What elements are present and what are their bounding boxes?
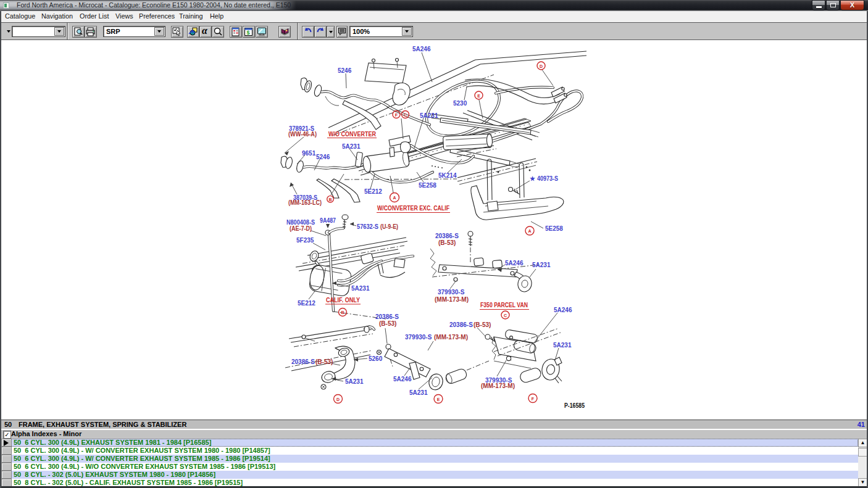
svg-text:5E258: 5E258 xyxy=(545,225,563,232)
svg-text:★: ★ xyxy=(530,175,535,182)
svg-text:5A246: 5A246 xyxy=(412,46,431,52)
svg-text:P-16585: P-16585 xyxy=(564,402,585,409)
svg-text:(B-53): (B-53) xyxy=(438,239,456,246)
svg-text:C: C xyxy=(504,313,507,318)
svg-text:5K214: 5K214 xyxy=(438,172,457,179)
svg-text:F: F xyxy=(532,397,535,401)
svg-text:$: $ xyxy=(247,30,250,36)
svg-text:9651: 9651 xyxy=(302,150,316,157)
svg-text:5246: 5246 xyxy=(338,67,352,74)
svg-text:D: D xyxy=(540,64,543,68)
svg-text:5A231: 5A231 xyxy=(420,112,438,119)
svg-text:5230: 5230 xyxy=(453,100,467,107)
svg-text:9A487: 9A487 xyxy=(320,217,336,224)
svg-text:(B-53): (B-53) xyxy=(315,358,333,365)
svg-text:5246: 5246 xyxy=(316,154,330,160)
svg-text:20386-S: 20386-S xyxy=(435,233,459,239)
svg-text:20386-S: 20386-S xyxy=(449,321,473,328)
svg-text:5260: 5260 xyxy=(369,355,383,362)
svg-text:(MM-173-M): (MM-173-M) xyxy=(434,334,468,341)
svg-text:D: D xyxy=(336,397,340,402)
svg-text:W/CONVERTER EXC. CALIF: W/CONVERTER EXC. CALIF xyxy=(377,204,449,212)
svg-text:(MM-173-M): (MM-173-M) xyxy=(435,296,469,303)
svg-text:5A246: 5A246 xyxy=(554,307,572,313)
svg-text:(B-53): (B-53) xyxy=(474,321,491,328)
svg-text:F: F xyxy=(395,113,398,117)
svg-text:A: A xyxy=(393,196,396,200)
svg-text:5F235: 5F235 xyxy=(296,237,314,244)
svg-text:379930-S: 379930-S xyxy=(405,334,432,341)
svg-text:5E212: 5E212 xyxy=(298,300,315,307)
svg-text:57632-S: 57632-S xyxy=(357,223,378,230)
svg-text:5A231: 5A231 xyxy=(532,262,551,268)
svg-text:20386-S: 20386-S xyxy=(375,313,399,320)
svg-text:E: E xyxy=(437,397,440,402)
svg-text:5E258: 5E258 xyxy=(419,182,436,189)
svg-text:(AE-7-D): (AE-7-D) xyxy=(290,225,312,232)
svg-text:F350 PARCEL VAN: F350 PARCEL VAN xyxy=(480,301,528,308)
svg-text:379930-S: 379930-S xyxy=(438,289,465,296)
svg-text:A: A xyxy=(528,229,531,233)
svg-text:(MM-173-M): (MM-173-M) xyxy=(481,383,515,389)
svg-text:B: B xyxy=(328,197,332,202)
svg-text:5A231: 5A231 xyxy=(342,143,361,150)
svg-text:5E212: 5E212 xyxy=(364,188,382,195)
svg-text:5A231: 5A231 xyxy=(345,378,364,385)
svg-text:5A246: 5A246 xyxy=(505,260,524,267)
svg-text:(U-9-E): (U-9-E) xyxy=(380,223,398,230)
svg-text:5A231: 5A231 xyxy=(409,389,428,396)
svg-text:5A246: 5A246 xyxy=(393,376,412,383)
svg-text:20386-S: 20386-S xyxy=(291,358,315,365)
svg-text:(MM-163-LC): (MM-163-LC) xyxy=(288,199,322,206)
svg-text:40973-S: 40973-S xyxy=(537,175,558,182)
svg-text:5A231: 5A231 xyxy=(351,285,370,292)
svg-text:B: B xyxy=(341,310,344,315)
svg-text:W/O CONVERTER: W/O CONVERTER xyxy=(328,130,376,138)
svg-text:(WW-46-A): (WW-46-A) xyxy=(288,131,317,138)
svg-text:C: C xyxy=(404,113,407,117)
svg-text:E: E xyxy=(477,94,480,98)
svg-text:(B-53): (B-53) xyxy=(379,320,396,327)
svg-text:CALIF. ONLY: CALIF. ONLY xyxy=(326,296,360,304)
svg-text:5A231: 5A231 xyxy=(553,342,572,349)
